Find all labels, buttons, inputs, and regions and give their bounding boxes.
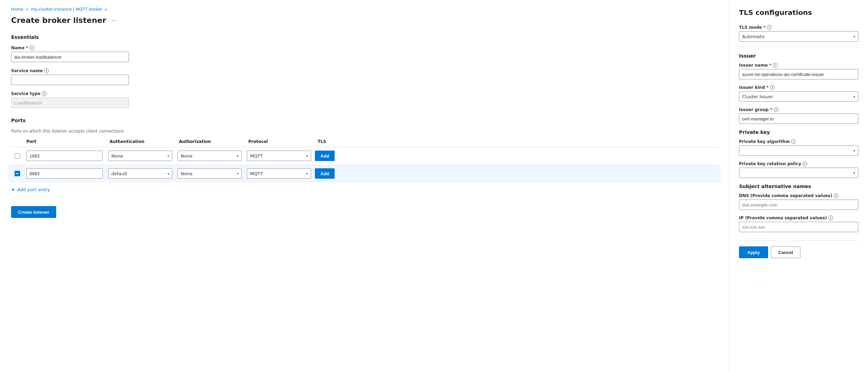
issuer-name-info-icon[interactable]: i [773,63,777,68]
issuer-group-input[interactable] [739,113,858,124]
service-name-label: Service name i [11,68,718,73]
ports-label: Ports [11,118,718,123]
row1-port-input[interactable] [26,151,103,161]
row2-auth-dropdown[interactable]: default ▾ [108,168,172,179]
issuer-kind-value: Cluster Issuer [742,94,773,99]
row1-protocol-value: MQTT [250,153,263,159]
row2-authz-dropdown[interactable]: None ▾ [178,168,242,179]
issuer-kind-arrow: ▾ [853,95,855,99]
breadcrumb-instance[interactable]: my-cluster-instance | MQTT broker [31,7,102,12]
tls-mode-required: * [763,25,765,30]
san-section-label: Subject alternative names [739,184,858,189]
row2-protocol-cell: MQTT ▾ [246,168,315,179]
dns-info-icon[interactable]: i [834,193,839,198]
row1-auth-dropdown[interactable]: None ▾ [108,151,172,161]
issuer-group-info-icon[interactable]: i [774,107,779,112]
row2-checkbox[interactable] [15,171,20,176]
row1-protocol-arrow: ▾ [306,154,308,158]
issuer-name-field: Issuer name * i [739,63,858,79]
row2-auth-cell: default ▾ [107,168,176,179]
issuer-group-required: * [770,107,772,112]
tls-mode-label: TLS mode * i [739,25,858,30]
table-row: None ▾ None ▾ MQTT ▾ Add [11,147,718,165]
dns-input[interactable] [739,200,858,210]
ip-label: IP (Provide comma separated values) i [739,215,858,220]
breadcrumb-sep1: > [25,7,28,12]
row2-authz-arrow: ▾ [237,172,239,176]
row1-checkbox[interactable] [15,153,20,159]
name-info-icon[interactable]: i [29,45,34,50]
private-key-algo-info-icon[interactable]: i [791,139,796,144]
row1-authz-arrow: ▾ [237,154,239,158]
name-label: Name * i [11,45,718,50]
breadcrumb-home[interactable]: Home [11,7,23,12]
col-authentication: Authentication [107,139,176,144]
ip-field: IP (Provide comma separated values) i [739,215,858,232]
main-content: Home > my-cluster-instance | MQTT broker… [0,0,729,372]
tls-mode-dropdown[interactable]: Automatic ▾ [739,31,858,42]
breadcrumb-sep2: > [104,7,108,12]
col-port: Port [24,139,107,144]
ip-input[interactable] [739,222,858,232]
breadcrumb: Home > my-cluster-instance | MQTT broker… [11,7,718,12]
row1-protocol-dropdown[interactable]: MQTT ▾ [247,151,311,161]
row1-auth-cell: None ▾ [107,151,176,161]
row2-add-tls-button[interactable]: Add [315,168,335,179]
row1-authz-cell: None ▾ [176,151,246,161]
row1-checkbox-cell [11,153,24,159]
row1-protocol-cell: MQTT ▾ [246,151,315,161]
row1-auth-value: None [111,153,123,159]
issuer-kind-field: Issuer kind * i Cluster Issuer ▾ [739,85,858,102]
row1-port-cell [24,151,107,161]
issuer-group-field: Issuer group * i [739,107,858,124]
private-key-rotation-arrow: ▾ [853,171,855,175]
private-key-rotation-field: Private key rotation policy i ▾ [739,161,858,178]
service-type-field-group: Service type i [11,91,718,108]
private-key-algo-label: Private key algorithm i [739,139,858,144]
row2-protocol-arrow: ▾ [306,172,308,176]
issuer-name-label: Issuer name * i [739,63,858,68]
service-name-input[interactable] [11,75,129,85]
ports-description: Ports on which this listener accepts cli… [11,129,718,134]
row1-authz-value: None [181,153,192,159]
row2-protocol-value: MQTT [250,171,263,176]
essentials-section: Essentials Name * i Service name i Servi… [11,34,718,108]
private-key-algo-dropdown[interactable]: ▾ [739,145,858,156]
row2-port-cell [24,168,107,179]
tls-mode-info-icon[interactable]: i [767,25,772,30]
row2-checkbox-cell [11,171,24,176]
name-input[interactable] [11,52,129,62]
ip-info-icon[interactable]: i [828,215,833,220]
row1-add-tls-button[interactable]: Add [315,151,335,161]
tls-panel-title: TLS configurations [739,8,858,17]
dns-label: DNS (Provide comma separated values) i [739,193,858,198]
service-name-info-icon[interactable]: i [44,68,49,73]
row2-port-input[interactable] [26,168,103,179]
cancel-button[interactable]: Cancel [771,246,800,258]
issuer-kind-dropdown[interactable]: Cluster Issuer ▾ [739,91,858,102]
issuer-name-required: * [769,63,771,68]
col-empty [11,139,24,144]
tls-mode-arrow: ▾ [853,35,855,39]
issuer-kind-label: Issuer kind * i [739,85,858,90]
name-field-group: Name * i [11,45,718,62]
private-key-rotation-dropdown[interactable]: ▾ [739,168,858,178]
row1-auth-arrow: ▾ [167,154,169,158]
apply-button[interactable]: Apply [739,246,768,258]
row2-tls-cell: Add [315,168,350,179]
col-authorization: Authorization [176,139,246,144]
row2-authz-cell: None ▾ [176,168,246,179]
service-type-info-icon[interactable]: i [42,91,46,96]
add-port-link[interactable]: + Add port entry [11,187,718,192]
private-key-rotation-info-icon[interactable]: i [802,161,807,166]
issuer-name-input[interactable] [739,69,858,79]
row2-protocol-dropdown[interactable]: MQTT ▾ [247,168,311,179]
row1-authz-dropdown[interactable]: None ▾ [178,151,242,161]
issuer-kind-info-icon[interactable]: i [770,85,775,90]
ellipsis-button[interactable]: ··· [110,16,119,25]
private-key-section-label: Private key [739,129,858,135]
col-protocol: Protocol [246,139,315,144]
page-header: Create broker listener ··· [11,16,718,25]
page-title: Create broker listener [11,16,106,25]
create-listener-button[interactable]: Create listener [11,206,56,218]
